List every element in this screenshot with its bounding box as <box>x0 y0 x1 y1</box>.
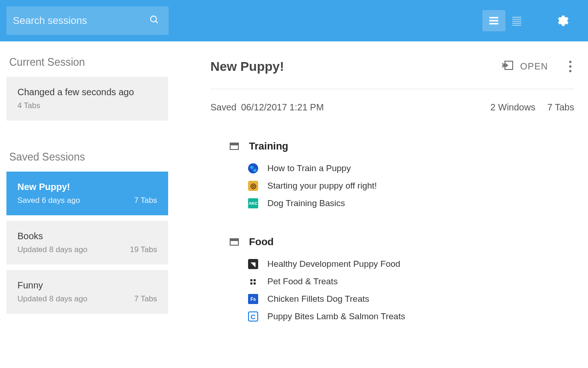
session-title: Books <box>17 231 157 242</box>
tab-row[interactable]: Starting your puppy off right! <box>248 181 574 191</box>
session-meta-row: Saved 06/12/2017 1:21 PM 2 Windows 7 Tab… <box>210 89 574 117</box>
header-actions <box>482 10 574 31</box>
window-icon <box>230 143 239 150</box>
favicon: C <box>248 311 258 322</box>
favicon <box>248 181 258 191</box>
search-box[interactable] <box>6 6 169 35</box>
view-list-button[interactable] <box>505 10 528 31</box>
settings-button[interactable] <box>551 10 574 31</box>
saved-sessions-heading: Saved Sessions <box>0 151 175 172</box>
session-title: Funny <box>17 280 157 291</box>
favicon <box>248 259 258 269</box>
tab-row[interactable]: CPuppy Bites Lamb & Salmon Treats <box>248 311 574 322</box>
session-detail-title: New Puppy! <box>210 59 284 74</box>
tab-title: Puppy Bites Lamb & Salmon Treats <box>267 311 405 322</box>
open-button-label: OPEN <box>520 61 548 72</box>
main-pane: New Puppy! OPEN Saved 06/12/2017 1:21 PM <box>175 41 588 368</box>
saved-session-card[interactable]: New Puppy!Saved 6 days ago7 Tabs <box>6 172 168 215</box>
sidebar: Current Session Changed a few seconds ag… <box>0 41 175 368</box>
open-icon <box>502 60 514 73</box>
session-subtitle: Updated 8 days ago <box>17 245 87 254</box>
tab-title: Pet Food & Treats <box>267 276 338 287</box>
search-icon[interactable] <box>149 15 159 27</box>
saved-session-card[interactable]: BooksUpdated 8 days ago19 Tabs <box>6 221 168 264</box>
session-title: New Puppy! <box>17 182 157 192</box>
window-icon <box>230 238 239 246</box>
tab-count: 7 Tabs <box>547 102 574 113</box>
session-tab-count: 19 Tabs <box>130 245 157 254</box>
session-tab-count: 7 Tabs <box>134 196 157 205</box>
tab-row[interactable]: Pet Food & Treats <box>248 276 574 287</box>
session-tab-count: 7 Tabs <box>134 294 157 304</box>
tab-title: Dog Training Basics <box>267 198 345 208</box>
session-title: Changed a few seconds ago <box>17 87 157 98</box>
session-subtitle: Saved 6 days ago <box>17 196 80 205</box>
view-compact-button[interactable] <box>482 10 505 31</box>
window-header[interactable]: Food <box>230 236 574 248</box>
window-count: 2 Windows <box>491 102 536 113</box>
tab-title: How to Train a Puppy <box>267 163 351 173</box>
window-block: FoodHealthy Development Puppy FoodPet Fo… <box>230 236 574 322</box>
more-actions-button[interactable] <box>566 58 574 75</box>
window-header[interactable]: Training <box>230 140 574 152</box>
window-name: Food <box>249 236 274 248</box>
search-input[interactable] <box>13 15 149 27</box>
favicon <box>248 163 258 173</box>
saved-label: Saved <box>210 102 237 113</box>
tab-row[interactable]: Healthy Development Puppy Food <box>248 259 574 269</box>
session-tab-count: 4 Tabs <box>17 101 40 110</box>
open-session-button[interactable]: OPEN <box>502 60 548 73</box>
window-block: TrainingHow to Train a PuppyStarting you… <box>230 140 574 208</box>
svg-point-0 <box>151 16 157 22</box>
saved-session-card[interactable]: FunnyUpdated 8 days ago7 Tabs <box>6 270 168 314</box>
tab-title: Healthy Development Puppy Food <box>267 259 400 269</box>
favicon: AKC <box>248 198 258 208</box>
tab-list: Healthy Development Puppy FoodPet Food &… <box>230 259 574 322</box>
window-name: Training <box>249 140 288 152</box>
session-subtitle: Updated 8 days ago <box>17 294 87 304</box>
current-session-heading: Current Session <box>0 56 175 77</box>
svg-line-1 <box>156 21 158 23</box>
current-session-card[interactable]: Changed a few seconds ago 4 Tabs <box>6 77 168 121</box>
session-detail-header: New Puppy! OPEN <box>210 58 574 89</box>
tab-row[interactable]: AKCDog Training Basics <box>248 198 574 208</box>
tab-title: Chicken Fillets Dog Treats <box>267 294 369 304</box>
tab-row[interactable]: FsChicken Fillets Dog Treats <box>248 294 574 304</box>
tab-list: How to Train a PuppyStarting your puppy … <box>230 163 574 208</box>
favicon <box>248 276 258 287</box>
favicon: Fs <box>248 294 258 304</box>
tab-row[interactable]: How to Train a Puppy <box>248 163 574 173</box>
tab-title: Starting your puppy off right! <box>267 181 377 191</box>
saved-date: 06/12/2017 1:21 PM <box>241 102 324 113</box>
app-header <box>0 0 588 41</box>
